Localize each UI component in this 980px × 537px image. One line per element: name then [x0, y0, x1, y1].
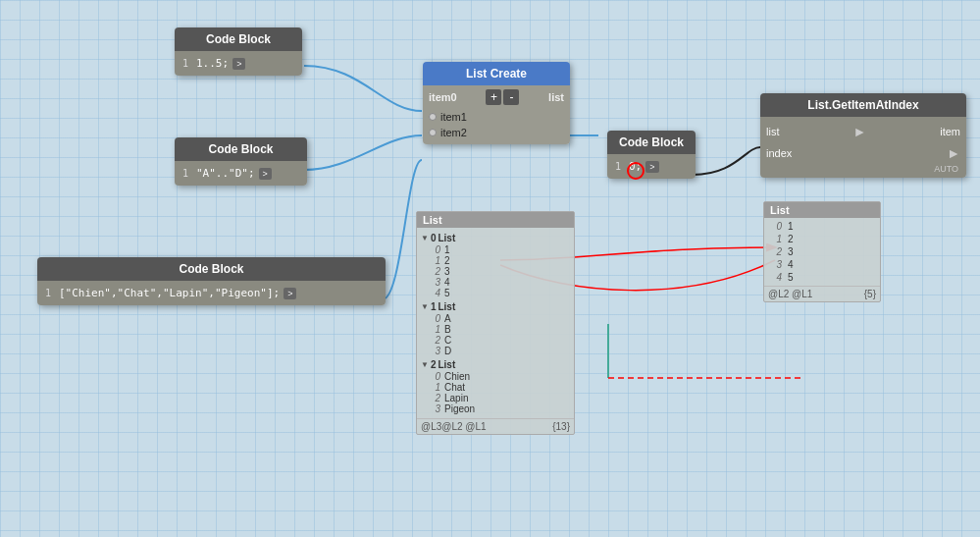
output-panel-title: List: [770, 204, 790, 216]
list-create-node: List Create item0 + - list item1 item2: [423, 62, 570, 144]
list-item: 3D: [421, 346, 570, 356]
list-panel-body[interactable]: ▼ 0 List 01 12 23 34 45 ▼ 1: [417, 228, 574, 418]
arrow-button[interactable]: >: [284, 288, 296, 299]
code-value: ["Chien","Chat","Lapin","Pigeon"];: [59, 287, 280, 299]
code-block-4-body: 1 0; >: [607, 154, 696, 179]
port-num: 1: [45, 288, 55, 298]
output-footer-count: {5}: [864, 289, 876, 299]
section-0-label: List: [438, 233, 455, 243]
code-block-2: Code Block 1 "A".."D"; >: [175, 137, 307, 186]
port-dot-item2: [429, 129, 437, 136]
list-item: 2C: [421, 335, 570, 346]
code-block-1-header: Code Block: [175, 27, 302, 51]
list-item: 3Pigeon: [421, 403, 570, 414]
output-panel[interactable]: List 01 12 23 34 45 @L2 @L1 {5}: [763, 201, 881, 302]
list-section-0: ▼ 0 List 01 12 23 34 45: [421, 232, 570, 298]
index-arrow: ►: [947, 145, 960, 161]
list-item: 1B: [421, 324, 570, 335]
list-create-body: item0 + - list item1 item2: [423, 85, 570, 144]
code-block-4-header: Code Block: [607, 131, 696, 154]
code-block-3-body: 1 ["Chien","Chat","Lapin","Pigeon"]; >: [37, 281, 386, 305]
code-value: 1..5;: [196, 57, 229, 70]
output-item: 01: [770, 220, 874, 233]
list-item: 12: [421, 255, 570, 266]
section-1-label: List: [438, 301, 455, 312]
output-item: 23: [770, 245, 874, 258]
code-block-3-header: Code Block: [37, 257, 386, 281]
list-panel-header: List: [417, 212, 574, 228]
output-footer-path: @L2 @L1: [768, 289, 812, 299]
collapse-icon-2[interactable]: ▼: [421, 360, 429, 369]
output-item: 12: [770, 233, 874, 245]
code-block-2-body: 1 "A".."D"; >: [175, 161, 307, 186]
index-input-label: index: [766, 147, 792, 159]
minus-button[interactable]: -: [503, 89, 519, 105]
item2-label: item2: [440, 127, 467, 138]
collapse-icon-0[interactable]: ▼: [421, 234, 429, 242]
list-create-header: List Create: [423, 62, 570, 85]
list-item: 1Chat: [421, 382, 570, 393]
code-block-3: Code Block 1 ["Chien","Chat","Lapin","Pi…: [37, 257, 386, 305]
output-panel-header: List: [764, 202, 880, 218]
arrow-button[interactable]: >: [645, 161, 658, 173]
list-label: list: [548, 91, 564, 103]
output-item: 34: [770, 258, 874, 271]
port-dot-item1: [429, 113, 437, 121]
list-section-1: ▼ 1 List 0A 1B 2C 3D: [421, 300, 570, 356]
get-item-node: List.GetItemAtIndex list ► item index ► …: [760, 93, 966, 178]
list-item: 0A: [421, 313, 570, 324]
get-item-header: List.GetItemAtIndex: [760, 93, 966, 117]
list-item: 2Lapin: [421, 393, 570, 403]
section-2-label: List: [438, 359, 455, 370]
list-section-2: ▼ 2 List 0Chien 1Chat 2Lapin 3Pigeon: [421, 358, 570, 414]
output-footer: @L2 @L1 {5}: [764, 286, 880, 301]
collapse-icon-1[interactable]: ▼: [421, 302, 429, 311]
section-1-header: ▼ 1 List: [421, 300, 570, 313]
list-item: 0Chien: [421, 371, 570, 382]
list-item: 45: [421, 288, 570, 298]
list-footer-count: {13}: [552, 421, 570, 432]
list-item: 23: [421, 266, 570, 277]
list-input-label: list: [766, 126, 779, 137]
arrow-button[interactable]: >: [232, 58, 245, 70]
section-2-index: 2: [431, 359, 437, 370]
output-item: 45: [770, 271, 874, 284]
section-2-header: ▼ 2 List: [421, 358, 570, 371]
plus-button[interactable]: +: [486, 89, 501, 105]
arrow-button[interactable]: >: [259, 168, 272, 180]
list-panel-title: List: [423, 214, 442, 226]
list-footer-path: @L3@L2 @L1: [421, 421, 487, 432]
code-value: "A".."D";: [196, 167, 255, 180]
item0-label: item0: [429, 91, 457, 103]
item1-label: item1: [440, 111, 467, 123]
list-item: 34: [421, 277, 570, 288]
port-num: 1: [615, 161, 625, 172]
code-block-1-body: 1 1..5; >: [175, 51, 302, 76]
list-panel[interactable]: List ▼ 0 List 01 12 23 34 45: [416, 211, 575, 435]
code-block-4: Code Block 1 0; >: [607, 131, 696, 179]
code-block-1: Code Block 1 1..5; >: [175, 27, 302, 76]
list-arrow: ►: [852, 124, 866, 139]
port-num: 1: [182, 168, 192, 179]
get-item-body: list ► item index ► AUTO: [760, 117, 966, 178]
code-value: 0;: [629, 160, 642, 173]
list-footer: @L3@L2 @L1 {13}: [417, 418, 574, 434]
output-panel-body: 01 12 23 34 45: [764, 218, 880, 286]
section-1-index: 1: [431, 301, 437, 312]
auto-label: AUTO: [766, 164, 960, 174]
list-item: 01: [421, 244, 570, 255]
section-0-index: 0: [431, 233, 437, 243]
item-output-label: item: [940, 126, 960, 137]
section-0-header: ▼ 0 List: [421, 232, 570, 244]
port-num: 1: [182, 58, 192, 69]
code-block-2-header: Code Block: [175, 137, 307, 161]
